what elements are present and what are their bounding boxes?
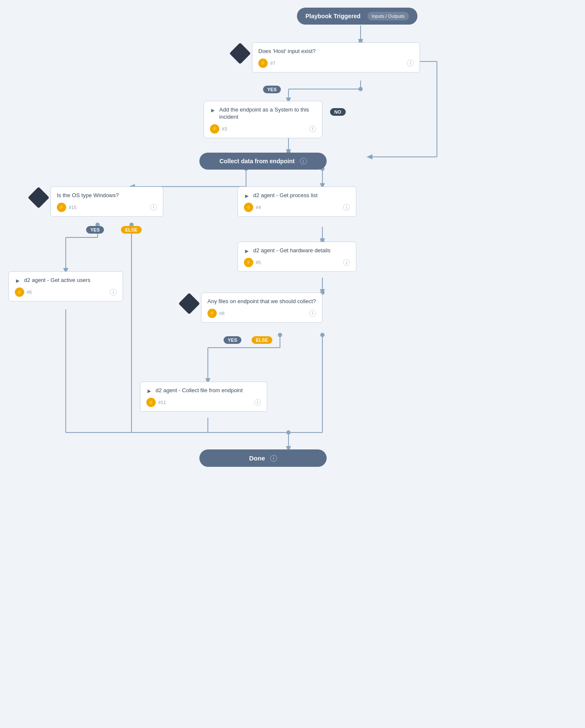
action-icon: ► (210, 107, 216, 114)
info-icon-7[interactable]: i (254, 399, 261, 406)
get-process-step: #4 (256, 205, 261, 210)
trigger-title: Playbook Triggered (305, 13, 361, 20)
lightning-badge-6: ⚡ (207, 309, 217, 318)
condition-diamond-icon (230, 43, 251, 64)
action-icon-6: ► (146, 388, 152, 394)
get-hardware-step: #5 (256, 260, 261, 265)
lightning-badge-5: ⚡ (15, 287, 24, 297)
info-icon-done[interactable]: i (270, 455, 277, 462)
lightning-badge: ⚡ (258, 59, 268, 68)
else-label-1: ELSE (121, 226, 142, 234)
info-icon[interactable]: i (407, 60, 414, 67)
any-files-title: Any files on endpoint that we should col… (207, 298, 316, 305)
info-icon-5[interactable]: i (110, 289, 117, 296)
os-step: #15 (69, 205, 76, 210)
action-icon-4: ► (244, 248, 250, 254)
collect-data-node: Collect data from endpoint i (199, 153, 327, 170)
get-hardware-title: d2 agent - Get hardware details (253, 247, 330, 254)
info-icon-3[interactable]: i (343, 204, 350, 211)
lightning-badge-7: ⚡ (146, 398, 156, 407)
lightning-badge-4: ⚡ (244, 258, 253, 267)
info-icon-os[interactable]: i (150, 204, 157, 211)
os-windows-node: Is the OS type Windows? ⚡ #15 i (40, 187, 163, 217)
inputs-outputs-button[interactable]: Inputs / Outputs (367, 12, 409, 20)
any-files-step: #8 (219, 311, 224, 316)
action-icon-3: ► (244, 192, 250, 199)
svg-point-31 (320, 333, 325, 337)
info-icon-4[interactable]: i (343, 259, 350, 266)
get-process-title: d2 agent - Get process list (253, 192, 318, 199)
yes-label-2: YES (86, 226, 104, 234)
host-input-node: Does 'Host' input exist? ⚡ #7 i (242, 42, 420, 73)
done-node: Done i (199, 449, 327, 467)
yes-label-1: YES (263, 86, 281, 93)
svg-point-36 (286, 430, 291, 435)
svg-point-3 (358, 87, 363, 91)
lightning-badge-2: ⚡ (210, 124, 219, 134)
get-active-users-title: d2 agent - Get active users (24, 277, 90, 284)
add-endpoint-step: #3 (222, 126, 227, 131)
svg-point-29 (278, 333, 282, 337)
info-icon-collect[interactable]: i (300, 158, 307, 165)
no-label: NO (330, 108, 346, 116)
action-icon-5: ► (15, 277, 21, 284)
get-process-node: ► d2 agent - Get process list ⚡ #4 i (238, 187, 356, 217)
get-active-users-node: ► d2 agent - Get active users ⚡ #6 i (8, 271, 123, 301)
info-icon-2[interactable]: i (309, 126, 316, 132)
yes-label-3: YES (224, 336, 241, 344)
lightning-badge-os: ⚡ (57, 203, 66, 212)
host-input-step: #7 (270, 61, 275, 66)
collect-file-step: #11 (158, 400, 166, 405)
collect-file-node: ► d2 agent - Collect file from endpoint … (140, 382, 267, 412)
host-input-title: Does 'Host' input exist? (258, 48, 316, 55)
get-active-users-step: #6 (27, 290, 32, 295)
add-endpoint-node: ► Add the endpoint as a System to this i… (204, 101, 322, 138)
else-label-2: ELSE (252, 336, 272, 344)
files-diamond-icon (179, 293, 200, 315)
get-hardware-node: ► d2 agent - Get hardware details ⚡ #5 i (238, 242, 356, 272)
info-icon-6[interactable]: i (309, 310, 316, 317)
done-title: Done (249, 455, 265, 462)
os-diamond-icon (28, 187, 50, 209)
lightning-badge-3: ⚡ (244, 203, 253, 212)
os-windows-title: Is the OS type Windows? (57, 192, 119, 199)
any-files-node: Any files on endpoint that we should col… (191, 293, 322, 323)
playbook-trigger-node: Playbook Triggered Inputs / Outputs (297, 8, 417, 25)
collect-file-title: d2 agent - Collect file from endpoint (156, 387, 243, 394)
collect-data-title: Collect data from endpoint (219, 158, 294, 165)
add-endpoint-title: Add the endpoint as a System to this inc… (219, 106, 316, 121)
